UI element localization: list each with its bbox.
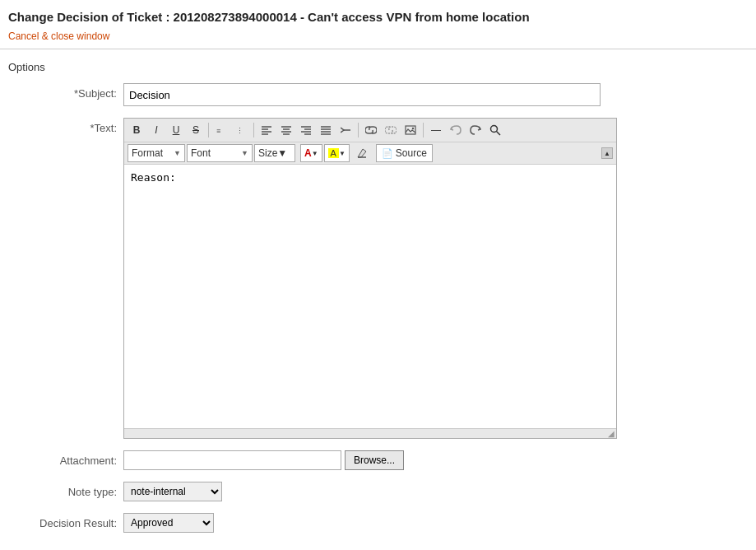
page-title: Change Decision of Ticket : 201208273894… xyxy=(0,0,756,30)
highlight-color-button[interactable]: A ▼ xyxy=(324,144,350,162)
attachment-controls: Browse... xyxy=(123,450,404,470)
highlight-color-icon: A xyxy=(328,148,339,158)
align-justify-button[interactable] xyxy=(317,121,335,139)
toolbar-sep-2 xyxy=(253,123,254,138)
svg-point-20 xyxy=(412,128,414,129)
decision-result-select[interactable]: Approved Rejected Pending xyxy=(123,513,214,533)
format-dropdown[interactable]: Format ▼ xyxy=(128,144,185,162)
link-icon xyxy=(365,125,377,135)
redo-icon xyxy=(470,125,481,135)
image-button[interactable] xyxy=(401,121,420,139)
unlink-button[interactable] xyxy=(382,121,400,139)
font-color-button[interactable]: A ▼ xyxy=(300,144,322,162)
align-right-button[interactable] xyxy=(297,121,315,139)
font-dropdown[interactable]: Font ▼ xyxy=(187,144,253,162)
unordered-list-icon: ⋮ xyxy=(235,124,247,136)
font-color-icon: A xyxy=(304,147,312,159)
text-row: *Text: B I U S ≡ ⋮ xyxy=(8,118,748,439)
format-label: Format xyxy=(132,147,163,159)
redo-button[interactable] xyxy=(466,121,485,139)
source-button[interactable]: 📄 Source xyxy=(376,144,433,162)
attachment-label: Attachment: xyxy=(8,450,123,467)
hr-button[interactable]: — xyxy=(427,121,445,139)
editor-wrapper: B I U S ≡ ⋮ xyxy=(123,118,617,439)
ordered-list-icon: ≡ xyxy=(216,124,227,136)
align-left-icon xyxy=(262,125,271,135)
subject-row: *Subject: xyxy=(8,83,748,106)
toolbar-sep-4 xyxy=(423,123,424,138)
divider xyxy=(0,49,756,49)
font-arrow-icon: ▼ xyxy=(241,149,248,157)
decision-result-label: Decision Result: xyxy=(8,513,123,529)
undo-button[interactable] xyxy=(447,121,465,139)
erase-format-button[interactable] xyxy=(353,144,371,162)
toolbar-sep-1 xyxy=(208,123,209,138)
svg-point-21 xyxy=(491,126,498,133)
bold-button[interactable]: B xyxy=(128,121,146,139)
svg-text:≡: ≡ xyxy=(216,127,220,135)
attachment-row: Attachment: Browse... xyxy=(8,450,748,470)
find-icon xyxy=(489,124,501,136)
unlink-icon xyxy=(385,125,397,135)
scroll-up-button[interactable]: ▲ xyxy=(601,147,613,159)
font-color-arrow-icon: ▼ xyxy=(312,150,318,157)
section-title: Options xyxy=(0,61,756,83)
strikethrough-button[interactable]: S xyxy=(187,121,205,139)
subject-input[interactable] xyxy=(123,83,601,106)
subject-label: *Subject: xyxy=(8,83,123,100)
highlight-color-arrow-icon: ▼ xyxy=(339,150,346,157)
editor-resize-handle[interactable]: ◢ xyxy=(124,428,616,438)
indent-button[interactable] xyxy=(336,121,355,139)
indent-icon xyxy=(341,125,350,135)
note-type-row: Note type: note-internal note-external e… xyxy=(8,482,748,501)
size-arrow-icon: ▼ xyxy=(277,147,287,159)
align-justify-icon xyxy=(321,125,331,135)
form-area: *Subject: *Text: B I U S ≡ ⋮ xyxy=(0,83,756,533)
source-label: Source xyxy=(396,147,427,159)
ordered-list-button[interactable]: ≡ xyxy=(212,121,230,139)
align-center-button[interactable] xyxy=(277,121,295,139)
link-button[interactable] xyxy=(362,121,380,139)
size-label: Size xyxy=(258,147,277,159)
find-button[interactable] xyxy=(486,121,504,139)
align-left-button[interactable] xyxy=(257,121,276,139)
editor-scroll-wrapper: Reason: xyxy=(124,165,616,428)
note-type-select[interactable]: note-internal note-external email xyxy=(123,482,222,501)
undo-icon xyxy=(450,125,461,135)
font-label: Font xyxy=(191,147,211,159)
cancel-link[interactable]: Cancel & close window xyxy=(0,30,756,49)
underline-button[interactable]: U xyxy=(167,121,185,139)
note-type-label: Note type: xyxy=(8,482,123,498)
erase-icon xyxy=(356,147,368,159)
decision-result-row: Decision Result: Approved Rejected Pendi… xyxy=(8,513,748,533)
italic-button[interactable]: I xyxy=(147,121,165,139)
svg-text:⋮: ⋮ xyxy=(236,127,243,135)
toolbar-row1: B I U S ≡ ⋮ xyxy=(124,119,616,142)
toolbar-row2: Format ▼ Font ▼ Size ▼ A ▼ A xyxy=(124,142,616,165)
text-label: *Text: xyxy=(8,118,123,134)
align-center-icon xyxy=(281,125,291,135)
svg-line-22 xyxy=(497,132,501,136)
format-arrow-icon: ▼ xyxy=(174,149,181,157)
source-page-icon: 📄 xyxy=(382,148,393,159)
browse-button[interactable]: Browse... xyxy=(345,450,404,470)
align-right-icon xyxy=(301,125,311,135)
attachment-input[interactable] xyxy=(123,450,341,470)
size-dropdown[interactable]: Size ▼ xyxy=(254,144,295,162)
image-icon xyxy=(405,125,416,135)
unordered-list-button[interactable]: ⋮ xyxy=(232,121,250,139)
editor-textarea[interactable]: Reason: xyxy=(124,165,616,428)
toolbar-sep-3 xyxy=(358,123,359,138)
